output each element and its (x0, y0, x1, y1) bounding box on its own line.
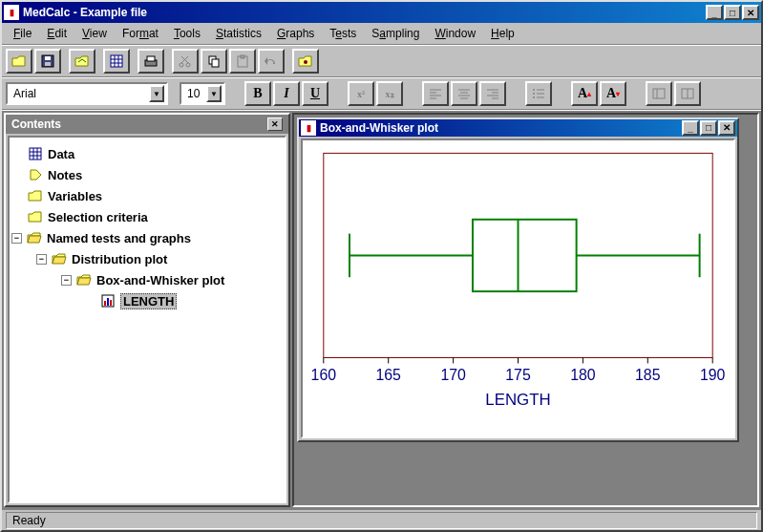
svg-text:LENGTH: LENGTH (485, 391, 550, 409)
tree-item-dist[interactable]: − Distribution plot (11, 248, 283, 269)
svg-text:170: 170 (440, 367, 466, 383)
layout-2-button[interactable] (674, 81, 701, 106)
font-name: Arial (13, 87, 36, 100)
menu-graphs[interactable]: Graphs (269, 25, 322, 42)
layout-1-button[interactable] (646, 81, 672, 106)
underline-button[interactable]: U (302, 81, 329, 106)
svg-point-18 (304, 60, 307, 64)
minimize-button[interactable]: _ (682, 120, 699, 136)
close-button[interactable]: ✕ (742, 5, 759, 20)
font-combo[interactable]: Arial ▼ (6, 82, 168, 105)
tree-item-box[interactable]: − Box-and-Whisker plot (11, 269, 283, 290)
save-button[interactable] (34, 49, 61, 74)
statusbar: Ready (2, 509, 761, 530)
font-size: 10 (187, 87, 200, 100)
tree-item-selection[interactable]: Selection criteria (11, 206, 283, 227)
font-shrink-button[interactable]: A▾ (600, 81, 626, 106)
undo-button[interactable] (258, 49, 285, 74)
chart-canvas: 160165170175180185190LENGTH (301, 138, 735, 438)
tree-label-selected: LENGTH (120, 293, 177, 309)
contents-tree[interactable]: Data Notes Variables Selection criteria (8, 136, 286, 503)
font-grow-button[interactable]: A▴ (571, 81, 598, 106)
svg-point-13 (186, 63, 190, 67)
minimize-button[interactable]: _ (706, 5, 723, 20)
contents-title: Contents (11, 117, 61, 131)
menu-view[interactable]: View (74, 25, 115, 42)
tree-item-length[interactable]: LENGTH (11, 290, 283, 311)
chart-window-title: Box-and-Whisker plot (320, 121, 438, 135)
bold-button[interactable]: B (244, 81, 271, 106)
svg-rect-2 (45, 62, 51, 66)
svg-rect-48 (107, 298, 109, 306)
folder-open-icon (26, 230, 43, 245)
menu-edit[interactable]: Edit (39, 25, 74, 42)
sub-button[interactable]: x₂ (376, 81, 403, 106)
format-toolbar: Arial ▼ 10 ▼ B I U x² x₂ A▴ A▾ (2, 77, 761, 110)
menu-window[interactable]: Window (427, 25, 483, 42)
collapse-icon[interactable]: − (36, 254, 47, 265)
titlebar[interactable]: ▮ MedCalc - Example file _ □ ✕ (2, 2, 761, 23)
list-button[interactable] (525, 81, 552, 106)
grid-icon (27, 146, 44, 161)
svg-point-12 (180, 63, 183, 67)
tree-item-named[interactable]: − Named tests and graphs (11, 227, 283, 248)
svg-rect-37 (653, 89, 665, 98)
menu-help[interactable]: Help (483, 25, 522, 42)
contents-header[interactable]: Contents ✕ (6, 115, 288, 134)
align-left-button[interactable] (422, 81, 449, 106)
svg-rect-41 (30, 148, 41, 160)
svg-text:190: 190 (700, 367, 726, 383)
svg-rect-17 (241, 55, 244, 58)
tree-item-variables[interactable]: Variables (11, 185, 283, 206)
maximize-button[interactable]: □ (724, 5, 741, 20)
svg-rect-3 (111, 55, 122, 67)
print-button[interactable] (138, 49, 164, 74)
align-right-button[interactable] (479, 81, 506, 106)
svg-text:185: 185 (635, 367, 661, 383)
collapse-icon[interactable]: − (11, 233, 22, 244)
folder-icon (27, 209, 44, 224)
chart-titlebar[interactable]: ▮ Box-and-Whisker plot _ □ ✕ (299, 119, 737, 137)
svg-rect-49 (110, 300, 112, 306)
svg-rect-9 (147, 56, 155, 61)
chevron-down-icon: ▼ (149, 85, 164, 102)
folder-open-icon (51, 251, 68, 266)
collapse-icon[interactable]: − (61, 275, 72, 286)
folder-button[interactable] (292, 49, 319, 74)
sup-button[interactable]: x² (348, 81, 374, 106)
menu-statistics[interactable]: Statistics (208, 25, 269, 42)
chart-window[interactable]: ▮ Box-and-Whisker plot _ □ ✕ 16016517017… (297, 117, 739, 442)
menu-sampling[interactable]: Sampling (364, 25, 427, 42)
svg-text:165: 165 (375, 367, 401, 383)
open-button[interactable] (6, 49, 32, 74)
tree-item-data[interactable]: Data (11, 143, 283, 164)
grid-button[interactable] (103, 49, 130, 74)
close-icon[interactable]: ✕ (267, 117, 283, 131)
folder-open-icon (75, 272, 93, 287)
align-center-button[interactable] (451, 81, 477, 106)
menu-format[interactable]: Format (115, 25, 166, 42)
italic-button[interactable]: I (273, 81, 300, 106)
size-combo[interactable]: 10 ▼ (180, 82, 225, 105)
workspace: Contents ✕ Data Notes Variables (2, 110, 761, 509)
svg-point-35 (533, 96, 535, 98)
chevron-down-icon: ▼ (206, 85, 222, 102)
close-button[interactable]: ✕ (718, 120, 735, 136)
copy-button[interactable] (201, 49, 227, 74)
tag-icon (27, 167, 44, 182)
status-text: Ready (6, 512, 757, 529)
home-button[interactable] (69, 49, 95, 74)
chart-icon (99, 293, 117, 309)
maximize-button[interactable]: □ (700, 120, 717, 136)
folder-icon (27, 188, 44, 203)
paste-button[interactable] (229, 49, 256, 74)
mdi-area: ▮ Box-and-Whisker plot _ □ ✕ 16016517017… (292, 113, 759, 507)
contents-panel: Contents ✕ Data Notes Variables (4, 113, 290, 507)
tree-item-notes[interactable]: Notes (11, 164, 283, 185)
cut-button[interactable] (172, 49, 199, 74)
menu-file[interactable]: File (6, 25, 39, 42)
menu-tests[interactable]: Tests (322, 25, 364, 42)
menu-tools[interactable]: Tools (166, 25, 208, 42)
chart-icon: ▮ (301, 120, 316, 136)
svg-rect-47 (104, 301, 106, 306)
